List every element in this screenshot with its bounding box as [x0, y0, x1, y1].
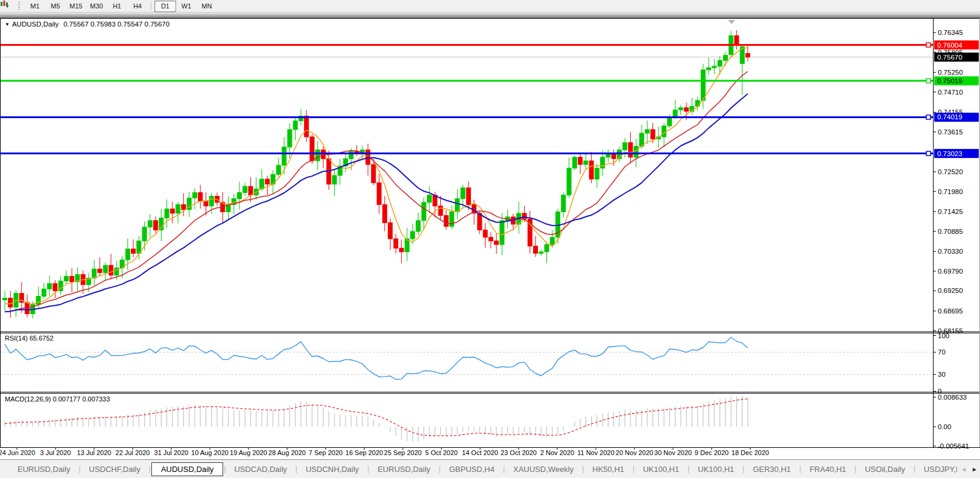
chart-tab-usoil-daily[interactable]: USOil,Daily — [857, 463, 912, 476]
candle-body — [48, 283, 52, 289]
tabs-scroll-left-icon[interactable]: ◄ — [961, 466, 967, 473]
candle-body — [170, 209, 174, 213]
candle-body — [673, 110, 677, 117]
candle-body — [131, 249, 136, 253]
date-label: 25 Sep 2020 — [384, 449, 422, 456]
price-badge-label: 0.75019 — [937, 77, 963, 84]
timeframe-button-w1[interactable]: W1 — [176, 1, 197, 11]
candle-body — [3, 298, 7, 300]
toolbar-grip[interactable] — [18, 2, 20, 10]
chart-tab-usdcad-daily[interactable]: USDCAD,Daily — [226, 463, 294, 476]
chart-tab-fra40-h1[interactable]: FRA40,H1 — [801, 463, 854, 476]
date-label: 13 Jul 2020 — [77, 449, 112, 456]
chart-tab-usdcnh-daily[interactable]: USDCNH,Daily — [298, 463, 367, 476]
candle-body — [310, 137, 314, 161]
candle-body — [718, 60, 722, 66]
candle-body — [349, 151, 353, 159]
date-label: 23 Oct 2020 — [501, 449, 537, 456]
date-label: 9 Dec 2020 — [695, 449, 729, 456]
candle-body — [578, 157, 583, 165]
candle-body — [662, 126, 666, 137]
chart-tab-hk50-h1[interactable]: HK50,H1 — [584, 463, 632, 476]
candle-body — [182, 204, 186, 209]
candle-body — [142, 227, 147, 241]
timeframe-button-m1[interactable]: M1 — [25, 1, 45, 11]
candle-body — [545, 245, 549, 252]
candle-body — [416, 221, 420, 231]
candle-body — [444, 215, 448, 226]
price-tick-label: 0.76345 — [938, 29, 963, 36]
candle-body — [176, 204, 180, 213]
tabs-scroll-right-icon[interactable]: ► — [972, 466, 978, 473]
candle-body — [455, 199, 460, 212]
candle-body — [495, 241, 499, 245]
candle-body — [115, 268, 119, 275]
timeframe-button-m5[interactable]: M5 — [45, 1, 66, 11]
date-label: 24 Jun 2020 — [0, 449, 35, 456]
candle-body — [601, 157, 605, 168]
chart-tab-uk100-h1[interactable]: UK100,H1 — [635, 463, 687, 476]
date-label: 10 Aug 2020 — [191, 449, 229, 456]
candle-body — [388, 223, 393, 239]
chart-ohlc-values: 0.75567 0.75983 0.75547 0.75670 — [63, 20, 169, 28]
timeframe-button-h4[interactable]: H4 — [127, 1, 148, 11]
candle-body — [707, 68, 711, 70]
date-label: 28 Aug 2020 — [268, 449, 306, 456]
level-line-handle — [926, 79, 931, 83]
timeframe-button-m15[interactable]: M15 — [66, 1, 86, 11]
chart-tab-gbpusd-h4[interactable]: GBPUSD,H4 — [441, 463, 502, 476]
price-tick-label: 0.71980 — [938, 188, 963, 195]
candle-body — [701, 70, 705, 101]
candle-body — [238, 192, 242, 198]
timeframe-button-d1[interactable]: D1 — [154, 1, 176, 12]
chart-tab-eurusd-daily[interactable]: EURUSD,Daily — [370, 463, 438, 476]
macd-indicator-label: MACD(12,26,9) 0.007177 0.007333 — [5, 395, 110, 403]
chart-tab-audusd-daily[interactable]: AUDUSD,Daily — [151, 462, 223, 476]
chart-h-scrollbar[interactable] — [0, 13, 980, 18]
candle-body — [332, 175, 337, 184]
candle-body — [394, 239, 398, 248]
candle-body — [276, 165, 280, 174]
price-tick-label: 0.73615 — [938, 128, 963, 136]
candle-body — [539, 252, 543, 253]
candle-body — [288, 130, 292, 147]
rsi-indicator-label: RSI(14) 65.6752 — [5, 335, 54, 342]
date-label: 30 Nov 2020 — [654, 449, 692, 456]
candle-body — [248, 186, 253, 195]
chart-tab-ger30-h1[interactable]: GER30,H1 — [745, 463, 798, 476]
chart-tab-usdchf-daily[interactable]: USDCHF,Daily — [81, 463, 148, 476]
date-label: 14 Oct 2020 — [462, 449, 498, 456]
timeframe-button-m30[interactable]: M30 — [86, 1, 107, 11]
candle-body — [377, 183, 381, 204]
candle-body — [533, 246, 537, 253]
timeframe-button-mn[interactable]: MN — [197, 1, 217, 11]
date-label: 5 Oct 2020 — [425, 449, 458, 456]
candle-body — [488, 237, 493, 241]
candle-body — [595, 168, 599, 179]
price-badge-label: 0.75670 — [937, 54, 963, 61]
price-badge-label: 0.74019 — [937, 113, 963, 121]
chart-tab-uk100-h1[interactable]: UK100,H1 — [690, 463, 742, 476]
date-label: 31 Jul 2020 — [154, 449, 189, 456]
candle-body — [684, 108, 689, 112]
chart-type-icon[interactable]: ▼ — [1, 1, 12, 11]
price-tick-label: 0.69250 — [938, 287, 963, 294]
candle-body — [466, 188, 470, 205]
candle-body — [668, 117, 672, 125]
candle-body — [427, 195, 431, 203]
candle-body — [70, 276, 74, 281]
candle-body — [483, 230, 487, 237]
candle-body — [550, 237, 554, 245]
candle-body — [159, 218, 163, 230]
candlestick-chart-icon — [0, 0, 8, 7]
macd-tick-label: 0.00 — [938, 423, 951, 430]
timeframe-button-h1[interactable]: H1 — [107, 1, 127, 11]
candle-body — [293, 121, 297, 129]
candle-body — [42, 289, 46, 296]
macd-tick-label: 0.008633 — [938, 394, 967, 401]
chart-tab-eurusd-daily[interactable]: EURUSD,Daily — [10, 463, 78, 476]
chart-canvas[interactable]: 0.763450.758050.752500.747100.741550.736… — [0, 18, 980, 459]
timeframe-buttons: M1M5M15M30H1H4D1W1MN — [25, 1, 217, 12]
date-label: 16 Sep 2020 — [346, 449, 383, 456]
chart-tab-xauusd-weekly[interactable]: XAUUSD,Weekly — [505, 463, 581, 476]
